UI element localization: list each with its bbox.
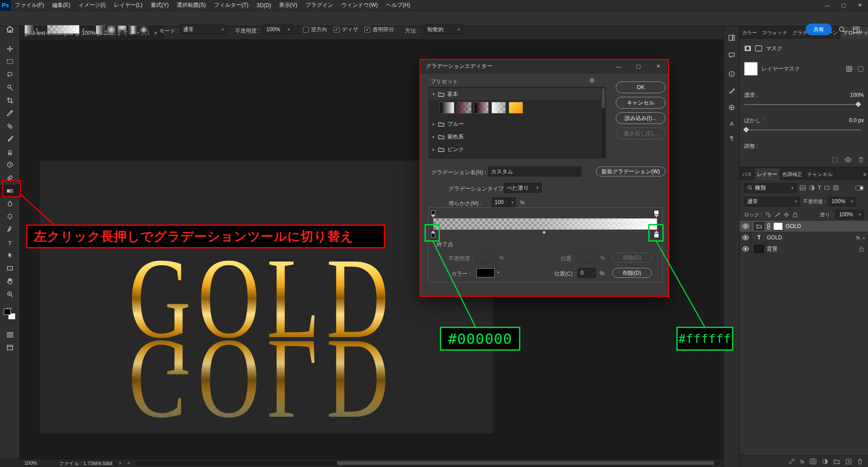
visibility-eye-icon[interactable] xyxy=(740,232,751,243)
lock-transparency-icon[interactable] xyxy=(765,212,771,218)
menu-view[interactable]: 表示(V) xyxy=(275,1,302,9)
opacity-stop-left[interactable] xyxy=(430,210,436,217)
density-slider[interactable] xyxy=(744,104,861,105)
gradient-type-select[interactable]: べた塗り▾ xyxy=(504,183,542,193)
menu-select[interactable]: 選択範囲(S) xyxy=(173,1,210,9)
blur-tool[interactable] xyxy=(0,197,19,210)
dialog-minimize-icon[interactable]: — xyxy=(609,60,628,73)
info-icon[interactable] xyxy=(724,68,740,80)
presets-scrollbar[interactable] xyxy=(602,88,605,157)
character-panel-icon[interactable]: A xyxy=(724,118,740,129)
feather-slider[interactable] xyxy=(744,129,861,130)
presets-gear-icon[interactable] xyxy=(589,77,595,85)
lasso-tool[interactable] xyxy=(0,68,19,81)
transparency-checkbox[interactable]: ✓透明部分 xyxy=(364,26,394,33)
radial-gradient-style-button[interactable] xyxy=(107,25,116,34)
link-layers-icon[interactable] xyxy=(788,458,795,465)
filter-adjustment-layers-icon[interactable] xyxy=(809,185,815,191)
dialog-title-bar[interactable]: グラデーションエディター — ▢ ✕ xyxy=(420,60,668,73)
foreground-color-swatch[interactable] xyxy=(4,309,11,315)
filter-toggle[interactable] xyxy=(855,186,864,191)
menu-edit[interactable]: 編集(E) xyxy=(48,1,74,9)
chevron-right-icon[interactable]: > xyxy=(118,460,121,466)
delete-color-stop-button[interactable]: 削除(D) xyxy=(612,268,652,278)
delete-mask-trash-icon[interactable] xyxy=(858,157,864,163)
group-thumbnail[interactable] xyxy=(754,222,764,230)
move-tool[interactable] xyxy=(0,43,19,55)
brush-settings-icon[interactable] xyxy=(724,85,740,97)
collapse-effects-icon[interactable]: ▴ xyxy=(863,235,865,240)
new-group-icon[interactable] xyxy=(834,459,840,464)
history-brush-tool[interactable] xyxy=(0,158,19,171)
healing-brush-tool[interactable] xyxy=(0,120,19,133)
panel-menu-icon[interactable]: ≡ xyxy=(861,168,868,180)
opacity-stop-right[interactable] xyxy=(654,210,659,217)
window-close-icon[interactable]: ✕ xyxy=(852,0,868,11)
blend-mode-select[interactable]: 通常▾ xyxy=(180,24,227,34)
tab-swatches[interactable]: スウォッチ xyxy=(760,26,790,39)
layers-opacity-select[interactable]: 100%▾ xyxy=(828,197,856,206)
clone-source-icon[interactable] xyxy=(724,101,740,113)
gradient-name-input[interactable] xyxy=(488,167,581,176)
tab-layers[interactable]: レイヤー xyxy=(755,168,780,180)
presets-scrollbar-thumb[interactable] xyxy=(602,88,605,108)
preset-folder-pink[interactable]: ▸ ピンク xyxy=(429,143,601,155)
layer-name[interactable]: GOLD xyxy=(786,223,801,229)
chevron-left-icon[interactable]: < xyxy=(127,460,130,466)
filter-type-layers-icon[interactable]: T xyxy=(818,185,821,191)
menu-layer[interactable]: レイヤー(L) xyxy=(110,1,147,9)
preset-folder-blue[interactable]: ▸ ブルー xyxy=(429,118,601,130)
feather-slider-thumb[interactable] xyxy=(743,127,749,133)
screen-mode-button[interactable] xyxy=(0,341,19,354)
mask-link-icon[interactable] xyxy=(767,223,770,230)
home-icon[interactable] xyxy=(5,25,14,35)
reverse-checkbox[interactable]: 逆方向 xyxy=(303,26,327,33)
layers-blend-mode-select[interactable]: 通常▾ xyxy=(744,197,800,206)
preset-thumb-black-fade[interactable] xyxy=(474,102,489,114)
layer-filter-select[interactable]: 種類 ▾ xyxy=(744,183,797,193)
angle-gradient-style-button[interactable] xyxy=(118,25,127,34)
workspace-switcher-icon[interactable] xyxy=(853,26,860,35)
marquee-tool[interactable] xyxy=(0,55,19,68)
visibility-eye-icon[interactable] xyxy=(740,221,751,232)
paragraph-panel-icon[interactable]: ¶ xyxy=(724,132,740,144)
preset-folder-purple[interactable]: ▸ 紫色系 xyxy=(429,131,601,143)
path-selection-tool[interactable] xyxy=(0,249,19,262)
ok-button[interactable]: OK xyxy=(616,81,665,93)
quick-mask-button[interactable] xyxy=(0,329,19,341)
preset-thumb-black-white[interactable] xyxy=(440,102,454,114)
brush-tool[interactable] xyxy=(0,133,19,145)
visibility-eye-icon[interactable] xyxy=(740,243,751,255)
fill-select[interactable]: 100%▾ xyxy=(836,210,864,219)
lock-pixels-icon[interactable] xyxy=(774,212,780,218)
background-layer-thumbnail[interactable] xyxy=(754,245,764,253)
layer-row-gold-group[interactable]: GOLD xyxy=(740,221,868,232)
layer-name[interactable]: GOLD xyxy=(767,234,782,241)
close-tab-icon[interactable]: ✕ xyxy=(154,30,158,36)
layer-row-background[interactable]: 背景 xyxy=(740,243,868,255)
dodge-tool[interactable] xyxy=(0,210,19,223)
menu-type[interactable]: 書式(Y) xyxy=(146,1,173,9)
load-button[interactable]: 読み込み(I)... xyxy=(616,112,665,124)
smoothness-dropdown-icon[interactable]: ▾ xyxy=(509,197,516,207)
export-button[interactable]: 書き出し(E)... xyxy=(616,128,665,139)
window-minimize-icon[interactable]: — xyxy=(819,0,835,11)
shape-tool[interactable] xyxy=(0,262,19,275)
filter-shape-layers-icon[interactable] xyxy=(824,185,830,191)
reflected-gradient-style-button[interactable] xyxy=(128,25,137,34)
preset-thumb-white-transparent[interactable] xyxy=(491,102,506,114)
lock-all-icon[interactable] xyxy=(793,212,798,218)
tab-adjustments[interactable]: 色調補正 xyxy=(780,168,805,180)
gradient-preview-picker[interactable]: ▾ xyxy=(47,25,85,34)
tool-preset-picker[interactable]: ▾ xyxy=(24,25,38,34)
preset-thumb-orange[interactable] xyxy=(509,102,523,114)
quick-selection-tool[interactable] xyxy=(0,81,19,94)
gradient-preview-bar[interactable] xyxy=(433,218,657,230)
menu-file[interactable]: ファイル(F) xyxy=(11,1,48,9)
hand-tool[interactable] xyxy=(0,275,19,287)
panels-icon[interactable] xyxy=(724,32,740,43)
density-slider-thumb[interactable] xyxy=(855,101,861,107)
delete-layer-trash-icon[interactable] xyxy=(857,458,863,465)
tab-paths[interactable]: パス xyxy=(740,168,755,180)
linear-gradient-style-button[interactable] xyxy=(96,25,105,34)
